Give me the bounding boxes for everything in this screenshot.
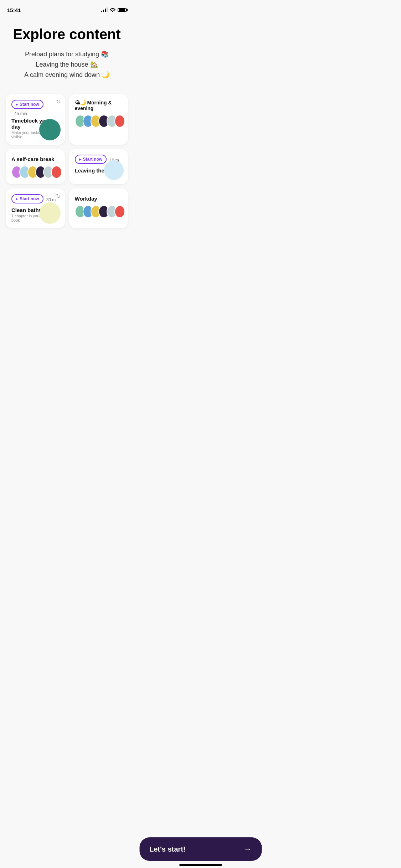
card-leaving-house: Start now 10 m Leaving the house: [69, 149, 128, 184]
start-now-button-timeblock[interactable]: Start now: [11, 100, 43, 109]
status-bar: 15:41: [0, 0, 134, 16]
duration-timeblock: 45 min: [14, 111, 27, 116]
card-title-workday: Workday: [75, 196, 123, 202]
card-title-morning-evening: 🌤🌙 Morning & evening: [75, 100, 123, 111]
card-circle-timeblock: [39, 119, 61, 140]
page-title: Explore content: [7, 26, 127, 42]
subtitle: Preload plans for studying 📚 Leaving the…: [7, 49, 127, 80]
repeat-icon: ↻: [56, 98, 61, 105]
card-title-self-care: A self-care break: [11, 156, 59, 162]
card-workday: Workday: [69, 188, 128, 228]
card-timeblock: ↻ Start now 45 min Timeblock your day Ma…: [6, 94, 65, 145]
card-clean-bathroom: ↻ Start now 30 m Clean bathroom 1 chapte…: [6, 188, 65, 228]
circle-6: [114, 205, 125, 218]
color-circles-morning-evening: [75, 115, 123, 128]
cards-grid: ↻ Start now 45 min Timeblock your day Ma…: [0, 87, 134, 264]
status-icons: [101, 7, 127, 13]
wifi-icon: [110, 7, 115, 13]
header-section: Explore content Preload plans for studyi…: [0, 16, 134, 87]
subtitle-line2: Leaving the house 🏡: [36, 61, 98, 68]
status-time: 15:41: [7, 7, 21, 13]
color-circles-self-care: [11, 166, 59, 179]
card-morning-evening: 🌤🌙 Morning & evening: [69, 94, 128, 145]
subtitle-line3: A calm evening wind down 🌙: [24, 71, 109, 78]
card-circle-bathroom: [39, 202, 61, 224]
start-now-button-leaving[interactable]: Start now: [75, 155, 107, 164]
circle-6: [51, 166, 62, 179]
subtitle-line1: Preload plans for studying 📚: [25, 51, 109, 58]
duration-bathroom: 30 m: [46, 197, 56, 202]
circle-6: [114, 115, 125, 128]
start-now-button-bathroom[interactable]: Start now: [11, 194, 43, 203]
color-circles-workday: [75, 205, 123, 218]
battery-icon: [118, 8, 127, 12]
signal-icon: [101, 8, 108, 12]
card-self-care: A self-care break: [6, 149, 65, 184]
card-circle-leaving: [104, 160, 124, 180]
repeat-icon-bathroom: ↻: [56, 193, 61, 200]
